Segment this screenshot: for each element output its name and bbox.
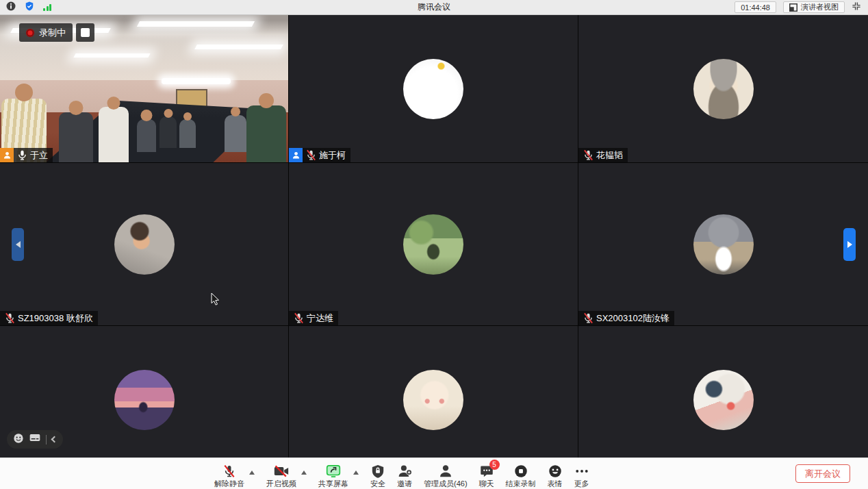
name-tag: 花韫韬	[578, 148, 628, 162]
meeting-toolbar: 解除静音 开启视频 共享屏幕	[0, 457, 868, 489]
mic-muted-icon	[222, 464, 236, 479]
previous-page-button[interactable]	[12, 228, 24, 261]
manage-members-button[interactable]: 管理成员(46)	[424, 461, 468, 488]
video-tile-ningdawei[interactable]: 宁达维	[289, 163, 578, 326]
title-bar: 腾讯会议 01:44:48 演讲者视图	[0, 0, 868, 15]
host-badge-icon	[0, 148, 14, 162]
recording-dot-icon	[26, 29, 34, 37]
stop-icon	[81, 28, 90, 37]
share-screen-button[interactable]: 共享屏幕	[318, 461, 348, 488]
mic-muted-icon	[583, 312, 594, 324]
mic-muted-icon	[4, 312, 16, 324]
avatar	[693, 370, 754, 430]
participant-name: 施于柯	[319, 149, 346, 162]
meeting-timer: 01:44:48	[735, 1, 776, 13]
start-video-button[interactable]: 开启视频	[266, 461, 296, 488]
participant-name: SX2003102陆汝锋	[596, 312, 669, 325]
name-tag: SZ1903038 耿舒欣	[0, 311, 98, 325]
avatar	[403, 59, 463, 119]
emoji-quick-icon[interactable]	[13, 433, 24, 447]
name-tag: 于立	[0, 148, 53, 162]
video-grid: 于立 施于柯 花韫韬	[0, 15, 868, 489]
avatar	[693, 59, 754, 119]
stop-recording-button[interactable]	[76, 23, 94, 42]
invite-person-icon	[398, 464, 412, 479]
next-page-button[interactable]	[843, 228, 856, 261]
speaker-view-button[interactable]: 演讲者视图	[783, 1, 845, 13]
audio-options-caret[interactable]	[249, 471, 255, 475]
participant-name: 于立	[30, 149, 48, 162]
leave-meeting-button[interactable]: 离开会议	[795, 464, 850, 483]
stop-record-button[interactable]: 结束录制	[506, 461, 536, 488]
avatar	[693, 214, 754, 275]
chat-bubble-icon: 5	[480, 464, 494, 479]
name-tag: 宁达维	[289, 311, 338, 325]
name-tag: SX2003102陆汝锋	[578, 311, 674, 325]
share-screen-icon	[326, 464, 341, 479]
video-tile-lurufeng[interactable]: SX2003102陆汝锋	[578, 163, 868, 326]
more-button[interactable]: 更多	[574, 461, 589, 488]
member-badge-icon	[289, 148, 303, 162]
video-tile-huayuntao[interactable]: 花韫韬	[578, 15, 868, 163]
avatar	[114, 214, 175, 275]
members-icon	[439, 464, 452, 479]
emoji-icon	[548, 464, 562, 479]
invite-button[interactable]: 邀请	[397, 461, 412, 488]
security-button[interactable]: 安全	[370, 461, 385, 488]
encryption-shield-icon[interactable]	[25, 1, 34, 14]
mic-on-icon	[16, 149, 28, 161]
video-tile-shiyuke[interactable]: 施于柯	[289, 15, 578, 163]
exit-fullscreen-icon[interactable]	[852, 1, 861, 14]
camera-off-icon	[274, 464, 289, 479]
avatar	[403, 214, 463, 275]
share-options-caret[interactable]	[353, 471, 359, 475]
network-signal-icon[interactable]	[43, 3, 51, 11]
recording-indicator: 录制中	[19, 23, 94, 42]
layout-icon	[789, 3, 797, 12]
name-tag: 施于柯	[289, 148, 350, 162]
participant-name: 宁达维	[307, 312, 333, 325]
avatar	[114, 370, 175, 430]
chevron-right-icon	[847, 241, 852, 248]
chevron-left-icon	[16, 241, 21, 248]
caption-quick-icon[interactable]	[29, 434, 40, 446]
video-options-caret[interactable]	[301, 471, 307, 475]
meeting-window: 腾讯会议 01:44:48 演讲者视图	[0, 0, 868, 489]
chat-button[interactable]: 5 聊天	[479, 461, 494, 488]
collapse-chevron-icon[interactable]	[51, 436, 58, 443]
video-tile-gengshuxin[interactable]: SZ1903038 耿舒欣	[0, 163, 289, 326]
stop-record-icon	[514, 464, 528, 479]
more-dots-icon	[574, 464, 589, 479]
quick-actions-pill	[7, 430, 63, 449]
mic-muted-icon	[583, 149, 594, 161]
security-shield-icon	[372, 464, 384, 479]
participant-name: SZ1903038 耿舒欣	[18, 312, 93, 325]
avatar	[403, 370, 463, 430]
unmute-button[interactable]: 解除静音	[214, 461, 244, 488]
chat-unread-badge: 5	[489, 460, 500, 470]
info-icon[interactable]	[6, 1, 16, 14]
reactions-button[interactable]: 表情	[548, 461, 563, 488]
participant-name: 花韫韬	[596, 149, 623, 162]
recording-label: 录制中	[39, 27, 66, 39]
divider	[46, 435, 47, 444]
mic-muted-icon	[305, 149, 317, 161]
mic-muted-icon	[293, 312, 305, 324]
